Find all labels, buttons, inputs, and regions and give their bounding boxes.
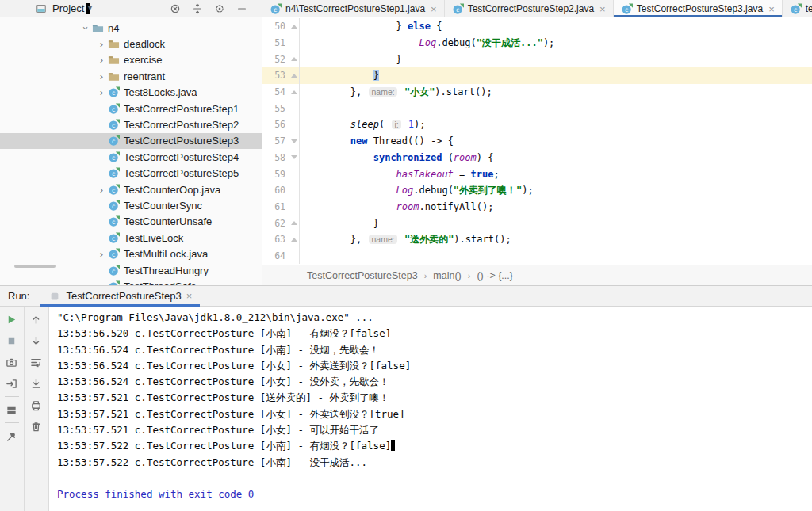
fold-marker[interactable] [289, 150, 300, 166]
line-number[interactable]: 60 [262, 185, 289, 196]
down-stack-button[interactable] [30, 334, 43, 347]
rerun-button[interactable] [6, 313, 18, 326]
svg-text:c: c [112, 267, 116, 274]
editor-tab[interactable]: cn4\TestCorrectPostureStep1.java× [262, 0, 445, 17]
line-number[interactable]: 57 [262, 135, 289, 147]
tree-item[interactable]: ›cTestCounterOop.java [0, 181, 262, 197]
tree-item[interactable]: cTestCorrectPostureStep2 [0, 116, 262, 132]
tree-item[interactable]: ›cTestMultiLock.java [0, 246, 262, 261]
code-text: new Thread(() -> { [300, 135, 454, 147]
tree-item[interactable]: cTestCorrectPostureStep5 [0, 166, 262, 181]
editor-tab-label: TestCorrectPostureStep2.java [468, 3, 594, 14]
tree-item[interactable]: cTestCorrectPostureStep1 [0, 101, 262, 116]
collapse-all-button[interactable] [191, 2, 204, 15]
fold-marker[interactable] [289, 133, 300, 150]
console-line: "C:\Program Files\Java\jdk1.8.0_212\bin\… [57, 311, 812, 327]
editor-tab[interactable]: cte [783, 0, 812, 17]
class-icon: c [108, 231, 121, 244]
line-number[interactable]: 58 [262, 152, 289, 163]
chevron-right-icon[interactable]: › [95, 86, 108, 98]
editor-tab[interactable]: cTestCorrectPostureStep3.java× [614, 0, 783, 17]
fold-marker[interactable] [289, 231, 300, 248]
pin-button[interactable] [6, 429, 18, 442]
up-stack-button[interactable] [30, 313, 43, 326]
line-number[interactable]: 61 [262, 201, 289, 212]
tree-item[interactable]: cTestCorrectPostureStep4 [0, 149, 262, 165]
run-console[interactable]: "C:\Program Files\Java\jdk1.8.0_212\bin\… [49, 307, 812, 511]
print-button[interactable] [30, 399, 43, 411]
code-editor[interactable]: 50 } else {51 Log.debug("没干成活...");52 }5… [262, 17, 812, 265]
tree-item[interactable]: ›n4 [0, 20, 262, 36]
line-number[interactable]: 54 [262, 86, 289, 97]
clear-button[interactable] [30, 420, 43, 433]
code-line: 57 new Thread(() -> { [262, 133, 812, 150]
layout-button[interactable] [6, 403, 18, 416]
tree-item[interactable]: ›deadlock [0, 36, 262, 51]
console-line: 13:53:56.524 c.TestCorrectPosture [小女] -… [57, 360, 812, 376]
fold-marker[interactable] [289, 215, 300, 231]
line-number[interactable]: 53 [262, 70, 289, 81]
line-number[interactable]: 59 [262, 169, 289, 180]
fold-marker[interactable] [289, 18, 300, 35]
breadcrumb-item[interactable]: main() [433, 270, 461, 281]
line-number[interactable]: 55 [262, 103, 289, 114]
exit-button[interactable] [6, 377, 18, 390]
chevron-right-icon[interactable]: › [95, 54, 108, 66]
editor-tab-label: TestCorrectPostureStep3.java [637, 3, 763, 14]
chevron-right-icon[interactable]: › [95, 71, 108, 82]
tree-item-label: exercise [124, 54, 162, 66]
line-number[interactable]: 52 [262, 54, 289, 65]
close-icon[interactable]: × [768, 3, 775, 15]
close-icon[interactable]: × [599, 3, 606, 15]
chevron-right-icon[interactable]: › [95, 184, 108, 196]
svg-text:c: c [112, 219, 116, 226]
tree-item-label: TestMultiLock.java [124, 248, 208, 260]
line-number[interactable]: 51 [262, 37, 289, 48]
scroll-to-end-button[interactable] [30, 377, 43, 390]
line-number[interactable]: 50 [262, 21, 289, 32]
project-tool-window-header[interactable]: Project ▼ [0, 0, 262, 17]
close-icon[interactable]: × [186, 290, 193, 302]
locate-button[interactable] [169, 2, 182, 15]
horizontal-scrollbar[interactable] [14, 265, 56, 268]
tree-item[interactable]: cTestCounterUnsafe [0, 214, 262, 230]
close-icon[interactable]: × [431, 3, 437, 15]
chevron-right-icon[interactable]: › [95, 248, 108, 260]
editor-tab[interactable]: cTestCorrectPostureStep2.java× [445, 0, 614, 17]
line-number[interactable]: 56 [262, 119, 289, 130]
chevron-down-icon[interactable]: ▼ [86, 3, 90, 14]
run-tab[interactable]: TestCorrectPostureStep3 × [40, 286, 200, 307]
chevron-right-icon[interactable]: › [95, 38, 108, 50]
settings-button[interactable] [213, 2, 226, 15]
svg-text:c: c [112, 138, 116, 145]
line-number[interactable]: 64 [262, 250, 289, 261]
fold-marker[interactable] [289, 51, 300, 67]
tree-item[interactable]: cTestCorrectPostureStep3 [0, 133, 262, 149]
project-tree[interactable]: ›n4›deadlock›exercise›reentrant›cTest8Lo… [0, 17, 262, 285]
breadcrumb-item[interactable]: TestCorrectPostureStep3 [307, 270, 418, 281]
tree-item[interactable]: ›cTestThreadSafe [0, 278, 262, 285]
tree-item-label: deadlock [124, 38, 165, 50]
tree-item[interactable]: ›reentrant [0, 68, 262, 84]
line-number[interactable]: 63 [262, 234, 289, 245]
fold-marker [289, 116, 300, 133]
soft-wrap-button[interactable] [30, 356, 43, 368]
breadcrumb-item[interactable]: () -> {...} [477, 270, 513, 281]
tree-item[interactable]: cTestLiveLock [0, 230, 262, 246]
hide-button[interactable] [236, 2, 248, 15]
fold-marker[interactable] [289, 84, 300, 101]
tree-item-label: TestCorrectPostureStep2 [124, 119, 239, 131]
tree-item-label: TestCounterOop.java [124, 184, 220, 196]
tree-item[interactable]: ›exercise [0, 52, 262, 68]
stop-button[interactable] [6, 334, 18, 347]
dump-threads-button[interactable] [6, 356, 18, 368]
line-number[interactable]: 62 [262, 218, 289, 229]
run-toolbars [0, 307, 49, 511]
tree-item[interactable]: ›cTest8Locks.java [0, 85, 262, 101]
tree-item[interactable]: cTestCounterSync [0, 197, 262, 213]
breadcrumb: TestCorrectPostureStep3›main()›() -> {..… [262, 265, 812, 285]
tree-item-label: TestLiveLock [124, 232, 183, 244]
chevron-down-icon[interactable]: › [80, 21, 92, 34]
class-icon: c [108, 215, 121, 228]
fold-marker[interactable] [289, 67, 300, 84]
